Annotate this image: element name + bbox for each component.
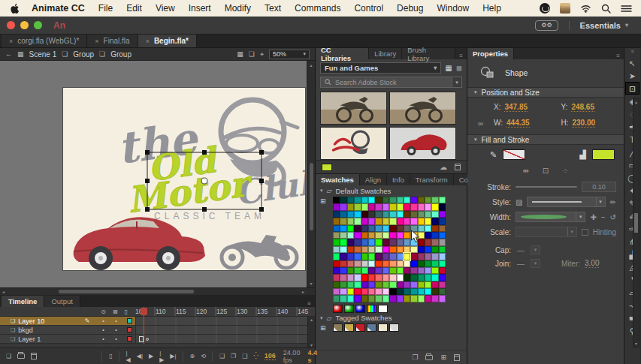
color-swatch[interactable]	[389, 197, 396, 203]
color-swatch[interactable]	[361, 239, 368, 245]
color-swatch[interactable]	[389, 225, 396, 232]
frame-ruler[interactable]: 105110115120125130135140145	[135, 307, 315, 316]
color-swatch[interactable]	[382, 225, 389, 232]
cap-select[interactable]: ▾	[531, 245, 540, 254]
color-swatch[interactable]	[375, 288, 382, 295]
color-swatch[interactable]	[410, 197, 417, 203]
spread-fill-icon[interactable]: ⇹	[522, 167, 528, 175]
color-swatch[interactable]	[389, 260, 396, 267]
color-swatch[interactable]	[410, 274, 417, 281]
menubar-item[interactable]: Text	[265, 3, 281, 14]
color-swatch[interactable]	[404, 260, 410, 267]
color-swatch[interactable]	[397, 253, 404, 260]
layer-outline-color-swatch[interactable]	[127, 327, 132, 332]
layer-frames-track[interactable]	[135, 317, 315, 325]
color-swatch[interactable]	[361, 253, 368, 260]
color-swatch[interactable]	[410, 239, 417, 245]
menubar-item[interactable]: File	[98, 3, 113, 14]
color-swatch[interactable]	[333, 197, 340, 203]
list-view-icon[interactable]: ◼	[456, 64, 462, 72]
bkgd[interactable]: ❏ bkgd • •	[0, 326, 315, 335]
onion-skin-outlines-button[interactable]: ❐	[231, 353, 236, 359]
color-swatch[interactable]	[397, 203, 404, 210]
color-swatch[interactable]	[439, 295, 446, 302]
color-swatch[interactable]	[431, 211, 438, 218]
color-swatch[interactable]	[354, 274, 361, 281]
color-swatch[interactable]	[368, 260, 375, 267]
color-swatch[interactable]	[375, 211, 382, 218]
hinting-checkbox[interactable]	[582, 229, 588, 236]
color-swatch[interactable]	[347, 218, 354, 224]
panel-menu-icon[interactable]: ≡	[612, 53, 624, 59]
delete-width-profile-icon[interactable]: −	[601, 213, 606, 221]
menubar-item[interactable]: View	[156, 3, 175, 14]
color-swatch[interactable]	[431, 267, 438, 274]
color-swatch[interactable]	[397, 274, 404, 281]
color-swatch[interactable]	[439, 281, 446, 288]
color-swatch[interactable]	[439, 232, 446, 239]
color-swatch[interactable]	[347, 295, 354, 302]
group-breadcrumb-2[interactable]: Group	[110, 50, 132, 59]
color-swatch[interactable]	[340, 203, 346, 210]
color-swatch[interactable]	[340, 197, 346, 203]
delete-item-button[interactable]	[455, 164, 461, 170]
color-swatch[interactable]	[397, 232, 404, 239]
color-swatch[interactable]	[425, 211, 431, 218]
color-swatch[interactable]	[418, 225, 425, 232]
color-swatch[interactable]	[425, 225, 431, 232]
delete-swatch-button[interactable]	[454, 354, 460, 361]
color-swatch[interactable]	[410, 232, 417, 239]
document-tab[interactable]: × Final.fla	[87, 35, 138, 47]
cloud-sync-icon[interactable]: ☁	[440, 163, 447, 171]
panel-tab[interactable]: Brush Library	[402, 48, 455, 59]
panel-menu-icon[interactable]: ≡	[630, 49, 633, 56]
scroll-down-icon[interactable]: ▾	[310, 342, 313, 347]
color-swatch[interactable]	[333, 260, 340, 267]
wifi-icon[interactable]	[580, 4, 591, 13]
color-swatch[interactable]	[397, 260, 404, 267]
reset-width-profile-icon[interactable]: ↺	[610, 213, 616, 221]
color-swatch[interactable]	[375, 232, 382, 239]
color-swatch[interactable]	[439, 260, 446, 267]
color-swatch[interactable]	[382, 274, 389, 281]
scroll-up-icon[interactable]: ▴	[310, 317, 313, 322]
stage-zoom-select[interactable]: 50% ▾	[269, 50, 310, 59]
color-swatch[interactable]	[382, 253, 389, 260]
color-swatch[interactable]	[333, 288, 340, 295]
color-swatch[interactable]	[333, 203, 340, 210]
color-swatch[interactable]	[382, 197, 389, 203]
color-swatch[interactable]	[340, 260, 346, 267]
back-icon[interactable]: ←	[5, 50, 12, 58]
color-swatch[interactable]	[397, 197, 404, 203]
style-options-icon[interactable]: ▨	[516, 198, 522, 206]
scroll-down-icon[interactable]: ▾	[310, 281, 312, 286]
y-value-field[interactable]: 248.65	[571, 103, 594, 112]
color-swatch[interactable]	[410, 295, 417, 302]
menubar-item[interactable]: Debug	[397, 3, 423, 14]
close-tab-icon[interactable]: ×	[9, 38, 13, 45]
stage[interactable]: the Club Old Motor CLASSIC TEAM	[63, 88, 305, 270]
color-swatch[interactable]	[431, 232, 438, 239]
color-swatch[interactable]	[439, 267, 446, 274]
color-swatch[interactable]	[361, 246, 368, 253]
color-swatch[interactable]	[333, 267, 340, 274]
stroke-scale-select[interactable]: ▾	[516, 227, 577, 237]
apple-menu-icon[interactable]	[9, 3, 21, 14]
thumb-old-motor-logo[interactable]	[320, 127, 387, 160]
color-swatch[interactable]	[368, 218, 375, 224]
panel-tab[interactable]: Transform	[410, 174, 454, 185]
color-swatch[interactable]	[439, 274, 446, 281]
color-swatch[interactable]	[361, 267, 368, 274]
sync-settings-button[interactable]: ⚙⚙	[535, 20, 558, 31]
color-swatch[interactable]	[368, 232, 375, 239]
library-select[interactable]: Fun and Games ▾	[320, 62, 441, 74]
color-swatch[interactable]	[368, 274, 375, 281]
outline-all-layers-icon[interactable]: ▯	[125, 308, 128, 315]
stage-subtitle[interactable]: CLASSIC TEAM	[154, 211, 265, 221]
scroll-up-icon[interactable]: ▴	[635, 99, 637, 104]
layer-outline-color-swatch[interactable]	[127, 318, 132, 323]
thumb-red-car[interactable]	[389, 127, 456, 160]
color-swatch[interactable]	[410, 260, 417, 267]
notification-center-icon[interactable]	[621, 5, 632, 13]
canvas-vertical-scrollbar[interactable]: ▴ ▾	[307, 61, 315, 287]
